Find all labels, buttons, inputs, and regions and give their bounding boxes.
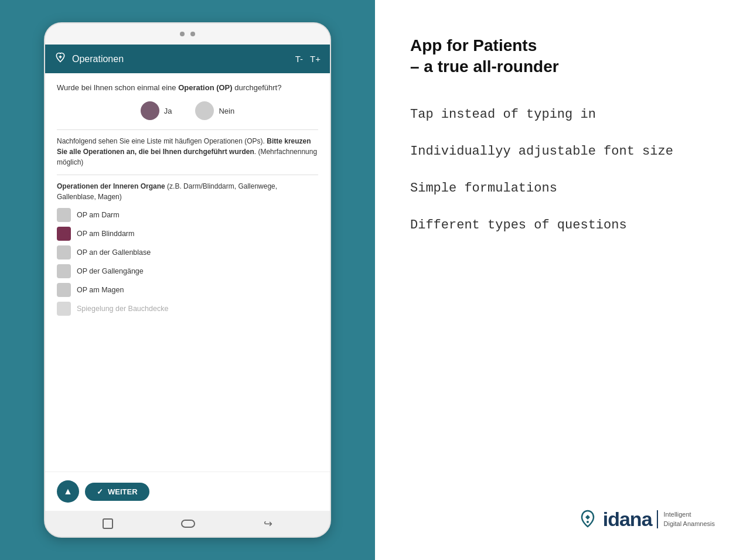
font-decrease-label[interactable]: T- (295, 54, 303, 64)
nav-back-icon[interactable]: ↩ (264, 517, 272, 530)
checkbox-darm[interactable] (57, 208, 71, 222)
divider-1 (57, 129, 318, 130)
checkbox-label-darm: OP am Darm (77, 211, 120, 219)
scroll-up-button[interactable]: ▲ (57, 480, 79, 503)
checkbox-label-blinddarm: OP am Blinddarm (77, 230, 134, 238)
weiter-check-icon: ✓ (97, 487, 103, 496)
question-block-1: Wurde bei Ihnen schon einmal eine Operat… (57, 83, 318, 120)
idana-icon (577, 509, 598, 530)
feature-item-3: Simple formulations (410, 181, 715, 196)
right-content: App for Patients – a true all-rounder Ta… (410, 35, 715, 508)
checkbox-label-spiegelung: Spiegelung der Bauchdecke (77, 305, 168, 313)
checkbox-label-magen: OP am Magen (77, 286, 124, 294)
main-title: App for Patients – a true all-rounder (410, 35, 715, 78)
radio-circle-ja[interactable] (141, 101, 159, 120)
checkbox-label-gallengaenge: OP der Gallengänge (77, 267, 144, 275)
app-header-title: Operationen (72, 54, 124, 64)
list-item[interactable]: OP am Darm (57, 208, 318, 222)
feature-list: Tap instead of typing in Individuallyy a… (410, 107, 715, 233)
tagline-line-1: Intelligent (664, 510, 715, 519)
app-header-controls: T- T+ (295, 54, 321, 64)
radio-circle-nein[interactable] (195, 101, 214, 120)
tablet-dot-right (190, 32, 195, 36)
section-title: Operationen der Inneren Organe (z.B. Dar… (57, 181, 318, 202)
nav-square-icon[interactable] (103, 518, 113, 529)
font-increase-label[interactable]: T+ (310, 54, 321, 64)
checkbox-label-gallenblase: OP an der Gallenblase (77, 248, 151, 257)
logo-area: idana Intelligent Digital Anamnesis (410, 508, 715, 531)
radio-label-ja: Ja (164, 107, 172, 115)
list-item[interactable]: OP am Blinddarm (57, 227, 318, 241)
question-1-text: Wurde bei Ihnen schon einmal eine Operat… (57, 83, 318, 93)
logo-name: idana (603, 508, 652, 531)
health-icon (54, 52, 66, 66)
right-panel: App for Patients – a true all-rounder Ta… (375, 0, 750, 560)
question-2-text: Nachfolgend sehen Sie eine Liste mit häu… (57, 136, 318, 168)
radio-option-nein[interactable]: Nein (195, 101, 234, 120)
svg-point-0 (587, 521, 589, 523)
app-bottom-bar: ▲ ✓ WEITER (45, 472, 330, 511)
app-content: Wurde bei Ihnen schon einmal eine Operat… (45, 73, 330, 472)
list-item[interactable]: OP der Gallengänge (57, 264, 318, 278)
radio-label-nein: Nein (219, 107, 234, 115)
left-panel: Operationen T- T+ Wurde bei Ihnen schon … (0, 0, 375, 560)
list-item[interactable]: OP am Magen (57, 283, 318, 297)
checkbox-list: OP am Darm OP am Blinddarm OP an der Gal… (57, 208, 318, 316)
nav-home-icon[interactable] (181, 520, 195, 528)
feature-item-1: Tap instead of typing in (410, 107, 715, 122)
logo-tagline: Intelligent Digital Anamnesis (657, 510, 715, 528)
weiter-button[interactable]: ✓ WEITER (85, 483, 149, 501)
app-header-left: Operationen (54, 52, 124, 66)
radio-row: Ja Nein (57, 101, 318, 120)
idana-logo: idana Intelligent Digital Anamnesis (577, 508, 715, 531)
divider-2 (57, 175, 318, 175)
checkbox-magen[interactable] (57, 283, 71, 297)
title-line-1: App for Patients (410, 36, 537, 54)
tablet-top-bar (45, 23, 330, 45)
checkbox-blinddarm[interactable] (57, 227, 71, 241)
checkbox-gallengaenge[interactable] (57, 264, 71, 278)
radio-option-ja[interactable]: Ja (141, 101, 172, 120)
tagline-line-2: Digital Anamnesis (664, 520, 715, 528)
tablet-dot-left (180, 32, 185, 36)
title-line-2: – a true all-rounder (410, 57, 559, 76)
checkbox-gallenblase[interactable] (57, 245, 71, 259)
app-header: Operationen T- T+ (45, 45, 330, 73)
checkbox-spiegelung[interactable] (57, 302, 71, 316)
list-item[interactable]: OP an der Gallenblase (57, 245, 318, 259)
feature-item-4: Different types of questions (410, 218, 715, 233)
tablet-mockup: Operationen T- T+ Wurde bei Ihnen schon … (44, 22, 331, 538)
weiter-label: WEITER (108, 487, 138, 496)
question-block-2: Nachfolgend sehen Sie eine Liste mit häu… (57, 136, 318, 168)
tablet-bottom-nav: ↩ (45, 511, 330, 537)
feature-item-2: Individuallyy adjustable font size (410, 144, 715, 159)
list-item[interactable]: Spiegelung der Bauchdecke (57, 302, 318, 316)
